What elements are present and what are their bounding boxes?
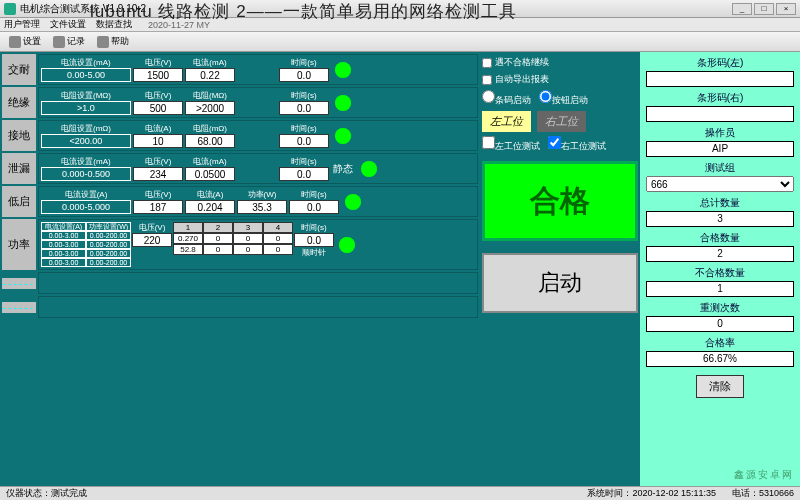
diqi-set[interactable]: 0.000-5.000 — [41, 200, 131, 214]
page-overlay-title: lubuntu 线路检测 2——一款简单易用的网络检测工具 — [90, 0, 517, 23]
test-label-jiaonai: 交耐 — [2, 54, 36, 85]
test-label-gonglv: 功率 — [2, 219, 36, 270]
right-station-button[interactable]: 右工位 — [537, 111, 586, 132]
diqi-voltage: 187 — [133, 200, 183, 214]
radio-barcode-start[interactable] — [482, 90, 495, 103]
chk-continue-on-fail[interactable] — [482, 58, 492, 68]
jiaonai-current: 0.22 — [185, 68, 235, 82]
clear-button[interactable]: 清除 — [696, 375, 744, 398]
jiaonai-led-icon — [335, 62, 351, 78]
xielou-current: 0.0500 — [185, 167, 235, 181]
status-instrument-state: 仪器状态：测试完成 — [6, 487, 87, 500]
radio-button-start[interactable] — [539, 90, 552, 103]
operator-display: AIP — [646, 141, 794, 157]
left-station-button[interactable]: 左工位 — [482, 111, 531, 132]
records-icon — [53, 36, 65, 48]
left-panel: 交耐 电流设置(mA)0.00-5.00 电压(V)1500 电流(mA)0.2… — [0, 52, 480, 486]
jiaonai-time: 0.0 — [279, 68, 329, 82]
jiaonai-set[interactable]: 0.00-5.00 — [41, 68, 131, 82]
close-button[interactable]: × — [776, 3, 796, 15]
help-icon — [97, 36, 109, 48]
chk-left-test[interactable] — [482, 136, 495, 149]
gonglv-direction: 顺时针 — [294, 247, 334, 258]
jueyuan-set[interactable]: >1.0 — [41, 101, 131, 115]
test-label-jueyuan: 绝缘 — [2, 87, 36, 118]
jiedi-set[interactable]: <200.00 — [41, 134, 131, 148]
gonglv-led-icon — [339, 237, 355, 253]
gonglv-time: 0.0 — [294, 233, 334, 247]
barcode-right-input[interactable] — [646, 106, 794, 122]
diqi-time: 0.0 — [289, 200, 339, 214]
toolbar-settings[interactable]: 设置 — [4, 33, 46, 50]
toolbar-help[interactable]: 帮助 — [92, 33, 134, 50]
retest-count: 0 — [646, 316, 794, 332]
xielou-voltage: 234 — [133, 167, 183, 181]
test-label-jiedi: 接地 — [2, 120, 36, 151]
diqi-power: 35.3 — [237, 200, 287, 214]
xielou-led-icon — [361, 161, 377, 177]
jiedi-current: 10 — [133, 134, 183, 148]
menu-file[interactable]: 文件设置 — [50, 18, 86, 31]
jiedi-time: 0.0 — [279, 134, 329, 148]
maximize-button[interactable]: □ — [754, 3, 774, 15]
jiedi-res: 68.00 — [185, 134, 235, 148]
test-label-diqi: 低启 — [2, 186, 36, 217]
test-group-select[interactable]: 666 — [646, 176, 794, 192]
start-button[interactable]: 启动 — [482, 253, 638, 313]
jueyuan-time: 0.0 — [279, 101, 329, 115]
pass-rate: 66.67% — [646, 351, 794, 367]
diqi-led-icon — [345, 194, 361, 210]
fail-count: 1 — [646, 281, 794, 297]
toolbar-records[interactable]: 记录 — [48, 33, 90, 50]
total-count: 3 — [646, 211, 794, 227]
right-panel: 条形码(左) 条形码(右) 操作员AIP 测试组666 总计数量3 合格数量2 … — [640, 52, 800, 486]
pass-count: 2 — [646, 246, 794, 262]
barcode-left-input[interactable] — [646, 71, 794, 87]
diqi-current: 0.204 — [185, 200, 235, 214]
minimize-button[interactable]: _ — [732, 3, 752, 15]
menu-user[interactable]: 用户管理 — [4, 18, 40, 31]
jueyuan-led-icon — [335, 95, 351, 111]
jueyuan-res: >2000 — [185, 101, 235, 115]
gonglv-voltage: 220 — [132, 233, 172, 247]
empty-label-1: ------ — [2, 278, 36, 289]
chk-auto-export[interactable] — [482, 75, 492, 85]
xielou-mode: 静态 — [333, 162, 353, 176]
test-label-xielou: 泄漏 — [2, 153, 36, 184]
result-display: 合格 — [482, 161, 638, 241]
chk-right-test[interactable] — [548, 136, 561, 149]
jueyuan-voltage: 500 — [133, 101, 183, 115]
status-system-time: 2020-12-02 15:11:35 — [632, 488, 716, 498]
xielou-time: 0.0 — [279, 167, 329, 181]
watermark: 鑫源安卓网 — [734, 468, 794, 482]
status-phone: 5310666 — [759, 488, 794, 498]
gear-icon — [9, 36, 21, 48]
empty-label-2: ------ — [2, 302, 36, 313]
app-icon — [4, 3, 16, 15]
xielou-set[interactable]: 0.000-0.500 — [41, 167, 131, 181]
jiedi-led-icon — [335, 128, 351, 144]
center-panel: 遇不合格继续 自动导出报表 条码启动 按钮启动 左工位 右工位 左工位测试 右工… — [480, 52, 640, 486]
jiaonai-voltage: 1500 — [133, 68, 183, 82]
